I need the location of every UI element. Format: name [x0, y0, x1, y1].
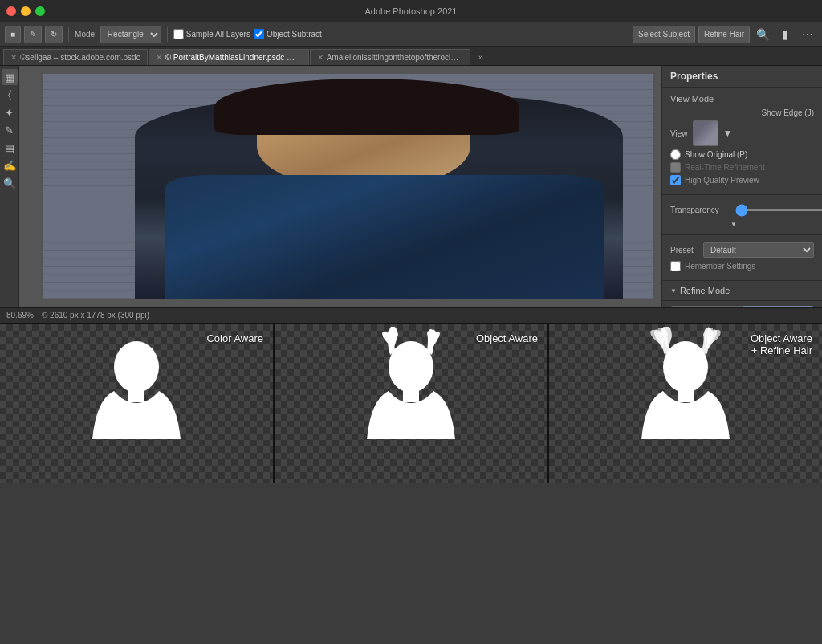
transparency-slider[interactable]	[735, 209, 822, 211]
show-original-label: Show Original (P)	[685, 150, 747, 159]
refine-mode-toggle-group: Color Aware Object Aware	[670, 306, 814, 307]
svg-point-0	[114, 341, 159, 393]
hand-tool[interactable]: ✍	[2, 157, 18, 173]
tab-0[interactable]: ✕ ©seligaa – stock.adobe.com.psdc	[3, 49, 148, 65]
object-aware-button[interactable]: Object Aware	[743, 306, 815, 307]
tool-icon-lasso: ↻	[51, 30, 57, 39]
toolbar: ■ ✎ ↻ Mode: Rectangle Sample All Layers …	[0, 22, 822, 47]
preview-object-aware-refine: Object Aware + Refine Hair	[549, 324, 822, 483]
object-subtract-label: Object Subtract	[267, 30, 322, 39]
workspace-icon-button[interactable]: ▮	[775, 26, 795, 43]
minimize-button[interactable]	[21, 6, 31, 16]
bottom-preview: Color Aware Object Aware	[0, 323, 822, 483]
mode-label: Mode:	[75, 30, 97, 39]
tab-1-label: © PortraitByMatthiasLindner.psdc @ 80.7%…	[165, 53, 302, 62]
tool-icon-3[interactable]: ↻	[45, 26, 63, 43]
view-text: View	[670, 129, 688, 138]
high-quality-preview-checkbox[interactable]	[670, 175, 681, 185]
remember-settings-checkbox[interactable]	[670, 261, 681, 271]
silhouette-2	[347, 327, 475, 483]
view-thumb-img	[694, 121, 718, 145]
view-thumbnail[interactable]	[693, 120, 718, 146]
sample-all-layers-label: Sample All Layers	[186, 30, 250, 39]
eraser-tool[interactable]: ▤	[2, 140, 18, 156]
show-edge-label: Show Edge (J)	[670, 108, 814, 117]
svg-rect-3	[403, 389, 419, 402]
transparency-row: Transparency 0%	[670, 205, 814, 215]
triangle-icon: ▼	[730, 221, 737, 228]
high-quality-preview-row: High Quality Preview	[670, 175, 814, 185]
tab-0-close[interactable]: ✕	[10, 53, 17, 62]
preset-section: Preset Default Remember Settings	[662, 235, 822, 281]
app-title: Adobe Photoshop 2021	[365, 6, 458, 16]
main-area: ▦ 〈 ✦ ✎ ▤ ✍ 🔍 Properties	[0, 66, 822, 307]
high-quality-preview-label: High Quality Preview	[685, 176, 759, 185]
view-row: View ▼	[670, 120, 814, 146]
tab-bar: ✕ ©seligaa – stock.adobe.com.psdc ✕ © Po…	[0, 47, 822, 66]
left-toolbar: ▦ 〈 ✦ ✎ ▤ ✍ 🔍	[0, 66, 19, 307]
transparency-section: Transparency 0% ▼	[662, 195, 822, 235]
quick-selection-tool[interactable]: ✦	[2, 104, 18, 120]
select-subject-button[interactable]: Select Subject	[633, 26, 695, 43]
realtime-refinement-checkbox[interactable]	[670, 162, 681, 173]
status-bar: 80.69% © 2610 px x 1778 px (300 ppi)	[0, 307, 822, 323]
tab-2[interactable]: ✕ Amalelionissittingonthetopoftheroclook…	[310, 49, 470, 65]
tab-2-label: Amalelionissittingonthetopoftheroclookin…	[327, 53, 463, 62]
traffic-lights	[6, 6, 45, 16]
separator-2	[167, 27, 168, 42]
transparency-label: Transparency	[670, 206, 730, 214]
tool-icon-1[interactable]: ■	[5, 26, 21, 43]
separator-1	[68, 27, 69, 42]
object-subtract-checkbox[interactable]: Object Subtract	[254, 29, 322, 39]
selection-tool[interactable]: ▦	[2, 69, 18, 85]
refine-hair-button[interactable]: Refine Hair	[698, 26, 750, 43]
svg-rect-5	[678, 389, 694, 402]
zoom-level: 80.69%	[6, 311, 34, 320]
tab-0-label: ©seligaa – stock.adobe.com.psdc	[20, 53, 140, 62]
maximize-button[interactable]	[35, 6, 45, 16]
svg-rect-1	[128, 389, 144, 402]
tab-1[interactable]: ✕ © PortraitByMatthiasLindner.psdc @ 80.…	[149, 49, 309, 65]
tool-icon-brush: ✎	[30, 30, 36, 39]
canvas-area[interactable]	[19, 66, 661, 307]
toolbar-right: Select Subject Refine Hair 🔍 ▮ ⋯	[633, 26, 817, 43]
preview-object-aware: Object Aware	[275, 324, 549, 483]
jacket-shape	[165, 175, 604, 299]
title-bar: Adobe Photoshop 2021	[0, 0, 822, 22]
search-icon-button[interactable]: 🔍	[753, 26, 772, 43]
panel-title: Properties	[662, 66, 822, 88]
show-original-row: Show Original (P)	[670, 149, 814, 160]
preview-2-label: Object Aware	[476, 332, 538, 344]
refine-mode-header[interactable]: ▼ Refine Mode	[662, 281, 822, 301]
tab-1-close[interactable]: ✕	[156, 53, 162, 62]
preset-label: Preset	[670, 246, 698, 255]
tab-2-close[interactable]: ✕	[317, 53, 324, 62]
mode-select[interactable]: Rectangle	[100, 26, 161, 43]
brush-tool[interactable]: ✎	[2, 122, 18, 138]
realtime-refinement-label: Real-Time Refinement	[685, 163, 765, 172]
view-dropdown-icon[interactable]: ▼	[723, 128, 733, 139]
canvas-image	[43, 74, 653, 299]
remember-settings-row: Remember Settings	[670, 261, 814, 271]
close-button[interactable]	[6, 6, 16, 16]
view-mode-section: View Mode Show Edge (J) View ▼ Show Orig…	[662, 88, 822, 195]
properties-panel: Properties View Mode Show Edge (J) View …	[661, 66, 822, 307]
color-aware-button[interactable]: Color Aware	[670, 306, 743, 307]
zoom-tool[interactable]: 🔍	[2, 175, 18, 191]
silhouette-3	[621, 327, 750, 483]
svg-point-2	[389, 341, 433, 393]
tab-overflow-button[interactable]: »	[473, 49, 489, 65]
hair-shape	[214, 79, 519, 135]
show-original-radio[interactable]	[670, 149, 681, 160]
view-mode-title: View Mode	[670, 94, 814, 104]
realtime-refinement-row: Real-Time Refinement	[670, 162, 814, 173]
preview-1-label: Color Aware	[206, 332, 263, 344]
refine-mode-chevron: ▼	[670, 287, 677, 295]
more-icon-button[interactable]: ⋯	[798, 26, 817, 43]
lasso-tool[interactable]: 〈	[2, 87, 18, 103]
sample-all-layers-checkbox[interactable]: Sample All Layers	[173, 29, 250, 39]
preset-select[interactable]: Default	[703, 242, 814, 258]
tool-icon-2[interactable]: ✎	[24, 26, 42, 43]
tool-icon-shape: ■	[10, 30, 15, 39]
svg-point-4	[663, 341, 708, 393]
